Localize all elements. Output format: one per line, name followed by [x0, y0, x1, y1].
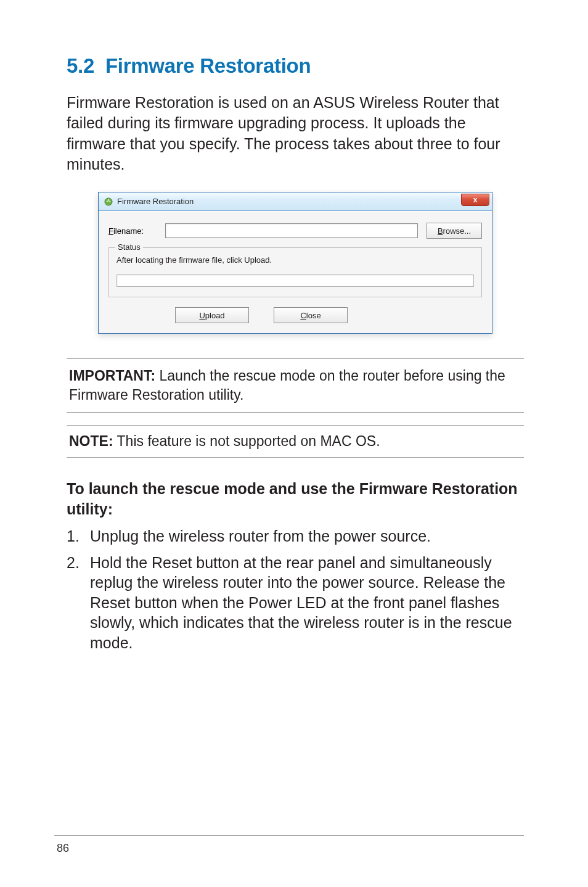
steps-list: Unplug the wireless router from the powe… — [67, 526, 524, 653]
list-item: Hold the Reset button at the rear panel … — [67, 553, 524, 653]
close-icon: x — [473, 196, 478, 204]
page-number: 86 — [54, 842, 524, 855]
intro-paragraph: Firmware Restoration is used on an ASUS … — [67, 93, 524, 175]
section-title: Firmware Restoration — [105, 54, 311, 77]
browse-button[interactable]: Browse... — [427, 223, 482, 239]
status-text: After locating the firmware file, click … — [116, 255, 474, 265]
progress-bar — [116, 274, 474, 287]
dialog-body: Filename: Browse... Status After locatin… — [99, 211, 492, 333]
app-icon — [104, 197, 113, 207]
status-fieldset: Status After locating the firmware file,… — [108, 247, 482, 297]
dialog-titlebar: Firmware Restoration x — [99, 192, 492, 211]
filename-input[interactable] — [165, 223, 418, 238]
page-footer: 86 — [0, 835, 588, 855]
filename-label: Filename: — [108, 226, 157, 236]
dialog-title: Firmware Restoration — [117, 197, 461, 206]
note-callout: NOTE: This feature is not supported on M… — [67, 425, 524, 458]
note-label: NOTE: — [69, 433, 113, 449]
list-item: Unplug the wireless router from the powe… — [67, 526, 524, 547]
procedure-subheading: To launch the rescue mode and use the Fi… — [67, 479, 524, 519]
section-heading: 5.2Firmware Restoration — [67, 54, 524, 78]
section-number: 5.2 — [67, 54, 94, 77]
status-legend: Status — [115, 242, 143, 252]
close-button[interactable]: Close — [274, 307, 348, 323]
window-close-button[interactable]: x — [461, 194, 489, 206]
dialog-screenshot: Firmware Restoration x Filename: Browse.… — [67, 192, 524, 334]
note-text: This feature is not supported on MAC OS. — [113, 433, 380, 449]
firmware-restoration-dialog: Firmware Restoration x Filename: Browse.… — [98, 192, 492, 334]
important-callout: IMPORTANT: Launch the rescue mode on the… — [67, 358, 524, 413]
footer-rule — [54, 835, 524, 836]
upload-button[interactable]: Upload — [175, 307, 249, 323]
important-label: IMPORTANT: — [69, 368, 155, 384]
